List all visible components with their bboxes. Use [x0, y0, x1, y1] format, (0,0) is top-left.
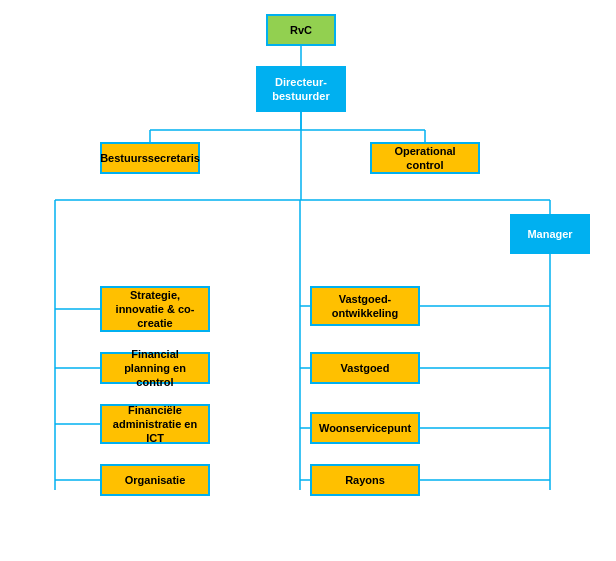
vastgoed-label: Vastgoed	[341, 361, 390, 375]
financiele-label: Financiële administratie en ICT	[108, 403, 202, 446]
rvc-node: RvC	[266, 14, 336, 46]
org-chart: RvC Directeur-bestuurder Bestuurssecreta…	[0, 0, 616, 561]
bestuur-label: Bestuurssecretaris	[100, 151, 200, 165]
vastgoed-ontwikkeling-label: Vastgoed-ontwikkeling	[332, 292, 399, 321]
financial-label: Financial planning en control	[108, 347, 202, 390]
organisatie-label: Organisatie	[125, 473, 186, 487]
organisatie-node: Organisatie	[100, 464, 210, 496]
strategie-label: Strategie, innovatie & co-creatie	[108, 288, 202, 331]
financiele-node: Financiële administratie en ICT	[100, 404, 210, 444]
vastgoed-ontwikkeling-node: Vastgoed-ontwikkeling	[310, 286, 420, 326]
bestuur-node: Bestuurssecretaris	[100, 142, 200, 174]
woonservice-label: Woonservicepunt	[319, 421, 411, 435]
manager-label: Manager	[527, 227, 572, 241]
vastgoed-node: Vastgoed	[310, 352, 420, 384]
director-node: Directeur-bestuurder	[256, 66, 346, 112]
strategie-node: Strategie, innovatie & co-creatie	[100, 286, 210, 332]
manager-node: Manager	[510, 214, 590, 254]
operational-label: Operational control	[378, 144, 472, 173]
director-label: Directeur-bestuurder	[272, 75, 329, 104]
financial-node: Financial planning en control	[100, 352, 210, 384]
woonservice-node: Woonservicepunt	[310, 412, 420, 444]
rayons-node: Rayons	[310, 464, 420, 496]
operational-node: Operational control	[370, 142, 480, 174]
rvc-label: RvC	[290, 23, 312, 37]
rayons-label: Rayons	[345, 473, 385, 487]
